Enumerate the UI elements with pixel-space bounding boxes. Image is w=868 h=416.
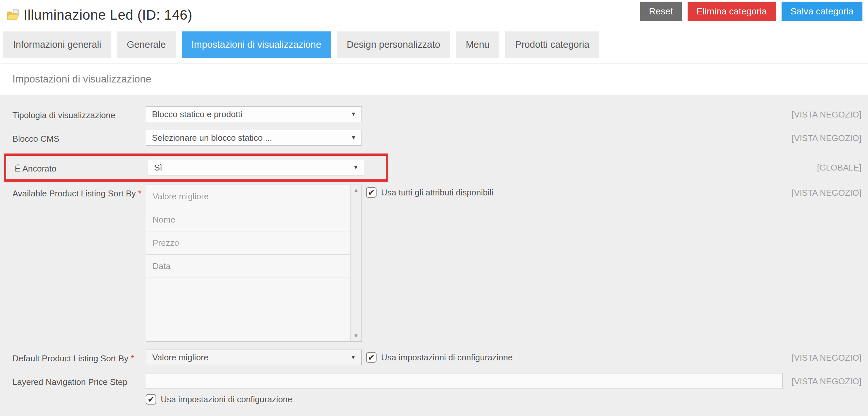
row-price-step: Layered Navigation Price Step ✔ Usa impo… [0,373,868,405]
section-header: Impostazioni di visualizzazione [0,63,868,95]
scroll-up-icon[interactable]: ▲ [351,187,362,194]
cms-block-select[interactable]: Selezionare un blocco statico ... ▼ [146,130,362,146]
tab-bar: Informazioni generali Generale Impostazi… [0,31,868,63]
scope-badge: [VISTA NEGOZIO] [792,188,862,198]
required-asterisk: * [131,353,134,363]
multiselect-scrollbar[interactable]: ▲ ▼ [350,185,362,341]
row-available-sort-by: Available Product Listing Sort By * Valo… [0,185,868,342]
chevron-down-icon: ▼ [353,164,359,171]
tab-informazioni-generali[interactable]: Informazioni generali [3,31,111,58]
required-asterisk: * [138,189,142,198]
chevron-down-icon: ▼ [351,111,356,118]
scope-badge: [VISTA NEGOZIO] [792,133,862,143]
is-anchor-select[interactable]: Sì ▼ [148,160,364,175]
cms-block-value: Selezionare un blocco statico ... [152,133,272,143]
tab-menu[interactable]: Menu [456,31,499,58]
available-sort-by-label-text: Available Product Listing Sort By [12,189,136,198]
category-folder-icon [6,8,20,22]
tab-prodotti-categoria[interactable]: Prodotti categoria [505,31,599,58]
multiselect-option: Data [146,255,350,278]
default-sort-by-value: Valore migliore [152,352,208,363]
section-title: Impostazioni di visualizzazione [12,73,151,85]
default-sort-by-select[interactable]: Valore migliore ▼ [146,350,362,365]
reset-button[interactable]: Reset [640,2,682,21]
red-highlight-box: É Ancorato Sì ▼ [4,154,388,182]
display-mode-select[interactable]: Blocco statico e prodotti ▼ [146,106,362,122]
display-mode-label: Tipologia di visualizzazione [12,106,146,121]
cms-block-label: Blocco CMS [12,130,146,145]
use-all-attributes-label: Usa tutti gli attributi disponibili [381,188,493,198]
save-category-button[interactable]: Salva categoria [781,2,862,21]
row-is-anchor: É Ancorato Sì ▼ [6,160,386,175]
price-step-use-config-checkbox[interactable]: ✔ [146,394,156,405]
scope-badge: [GLOBALE] [817,163,862,173]
row-display-mode: Tipologia di visualizzazione Blocco stat… [0,106,868,122]
multiselect-option: Prezzo [146,231,350,255]
use-all-attributes-checkbox[interactable]: ✔ [366,187,376,198]
default-sort-by-label: Default Product Listing Sort By * [12,350,146,364]
available-sort-by-multiselect[interactable]: Valore migliore Nome Prezzo Data ▲ ▼ [146,185,362,342]
row-default-sort-by: Default Product Listing Sort By * Valore… [0,350,868,365]
scroll-down-icon[interactable]: ▼ [351,332,362,340]
delete-category-button[interactable]: Elimina categoria [688,2,776,21]
page-header: Illuminazione Led (ID: 146) Reset Elimin… [0,0,868,31]
available-sort-by-label: Available Product Listing Sort By * [12,185,146,199]
price-step-input[interactable] [146,373,782,389]
is-anchor-label: É Ancorato [15,160,148,174]
default-sort-use-config-label: Usa impostazioni di configurazione [381,352,513,363]
is-anchor-value: Sì [154,163,162,173]
price-step-use-config-label: Usa impostazioni di configurazione [161,394,292,405]
row-cms-block: Blocco CMS Selezionare un blocco statico… [0,130,868,146]
scope-badge: [VISTA NEGOZIO] [792,376,862,387]
row-is-anchor-wrap: É Ancorato Sì ▼ [GLOBALE] [0,154,868,182]
chevron-down-icon: ▼ [351,134,356,141]
tab-design-personalizzato[interactable]: Design personalizzato [337,31,450,58]
chevron-down-icon: ▼ [350,354,356,361]
page-title: Illuminazione Led (ID: 146) [24,7,192,23]
multiselect-option: Nome [146,208,350,231]
multiselect-option: Valore migliore [146,185,350,208]
tab-impostazioni-visualizzazione[interactable]: Impostazioni di visualizzazione [182,31,331,58]
tab-generale[interactable]: Generale [117,31,176,58]
default-sort-by-label-text: Default Product Listing Sort By [12,353,128,363]
price-step-label: Layered Navigation Price Step [12,373,146,387]
display-settings-form: Tipologia di visualizzazione Blocco stat… [0,95,868,405]
display-mode-value: Blocco statico e prodotti [152,109,242,120]
default-sort-use-config-checkbox[interactable]: ✔ [366,352,376,363]
header-buttons: Reset Elimina categoria Salva categoria [640,2,862,21]
scope-badge: [VISTA NEGOZIO] [792,353,862,363]
scope-badge: [VISTA NEGOZIO] [792,110,862,120]
